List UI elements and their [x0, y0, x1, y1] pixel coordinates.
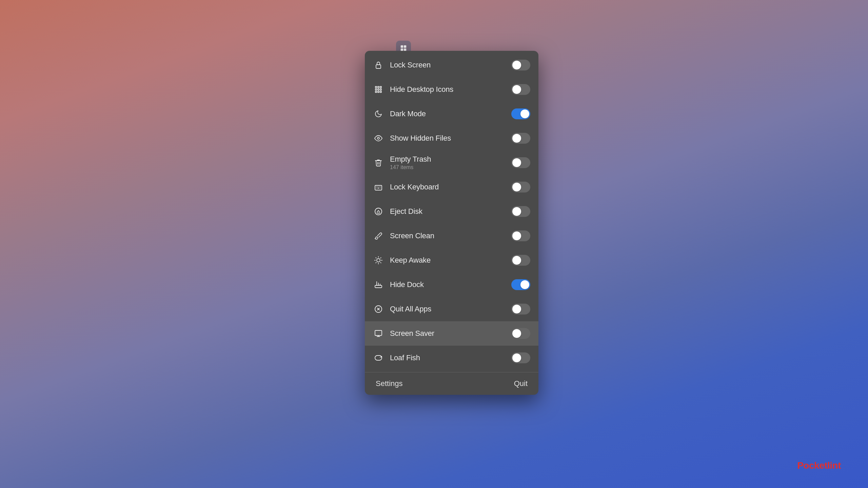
menu-item-show-hidden-files[interactable]: Show Hidden Files [365, 126, 538, 150]
empty-trash-label: Empty Trash [390, 155, 431, 164]
moon-icon [373, 108, 384, 119]
loaf-fish-icon [373, 352, 384, 363]
eject-disk-toggle[interactable] [511, 206, 530, 217]
keep-awake-toggle[interactable] [511, 255, 530, 266]
hide-desktop-icons-label: Hide Desktop Icons [390, 85, 453, 94]
menu-items-list: Lock Screen [365, 51, 538, 372]
eject-disk-label: Eject Disk [390, 207, 422, 216]
menu-footer: Settings Quit [365, 372, 538, 395]
loaf-fish-toggle[interactable] [511, 352, 530, 363]
menu-item-eject-disk[interactable]: Eject Disk [365, 199, 538, 224]
lock-screen-icon [373, 60, 384, 70]
quit-all-apps-toggle[interactable] [511, 304, 530, 314]
hide-dock-toggle[interactable] [511, 279, 530, 290]
grid-icon [373, 84, 384, 95]
menu-item-hide-desktop-icons[interactable]: Hide Desktop Icons [365, 77, 538, 102]
menu-item-hide-dock[interactable]: Hide Dock [365, 272, 538, 297]
svg-line-26 [380, 258, 381, 258]
menu-item-screen-saver[interactable]: Screen Saver [365, 321, 538, 346]
watermark-p: P [797, 460, 803, 471]
svg-point-16 [375, 208, 382, 215]
show-hidden-files-label: Show Hidden Files [390, 134, 451, 143]
svg-rect-1 [404, 45, 406, 48]
lock-screen-label: Lock Screen [390, 61, 431, 69]
menu-item-dark-mode[interactable]: Dark Mode [365, 102, 538, 126]
popup-menu: Lock Screen [365, 51, 538, 395]
brush-icon [373, 230, 384, 241]
svg-line-25 [376, 262, 376, 263]
keyboard-icon [373, 182, 384, 192]
svg-rect-31 [375, 330, 382, 336]
svg-line-21 [376, 258, 376, 258]
eject-icon [373, 206, 384, 217]
screen-clean-label: Screen Clean [390, 231, 434, 240]
menu-item-empty-trash[interactable]: Empty Trash 147 items [365, 150, 538, 175]
svg-point-14 [377, 137, 379, 139]
screen-saver-label: Screen Saver [390, 329, 434, 338]
svg-rect-9 [378, 89, 379, 90]
menu-item-keep-awake[interactable]: Keep Awake [365, 248, 538, 272]
loaf-fish-label: Loaf Fish [390, 353, 420, 362]
svg-rect-11 [375, 91, 377, 93]
empty-trash-toggle[interactable] [511, 157, 530, 168]
svg-rect-7 [380, 86, 381, 88]
dark-mode-toggle[interactable] [511, 108, 530, 119]
svg-point-18 [377, 259, 380, 262]
screen-saver-toggle[interactable] [511, 328, 530, 339]
menu-item-loaf-fish[interactable]: Loaf Fish [365, 346, 538, 370]
menu-item-quit-all-apps[interactable]: Quit All Apps [365, 297, 538, 321]
lock-keyboard-label: Lock Keyboard [390, 183, 439, 191]
hide-desktop-icons-toggle[interactable] [511, 84, 530, 95]
keep-awake-label: Keep Awake [390, 256, 431, 265]
svg-rect-8 [375, 89, 377, 90]
dock-icon [373, 279, 384, 290]
svg-rect-15 [375, 185, 382, 190]
settings-button[interactable]: Settings [373, 378, 406, 389]
lock-keyboard-toggle[interactable] [511, 182, 530, 192]
empty-trash-sublabel: 147 items [390, 164, 431, 170]
menu-item-screen-clean[interactable]: Screen Clean [365, 224, 538, 248]
quit-all-apps-label: Quit All Apps [390, 305, 431, 313]
svg-rect-10 [380, 89, 381, 90]
quit-icon [373, 304, 384, 314]
lock-screen-toggle[interactable] [511, 60, 530, 70]
svg-rect-5 [375, 86, 377, 88]
svg-line-22 [380, 262, 381, 263]
screen-clean-toggle[interactable] [511, 230, 530, 241]
screen-saver-icon [373, 328, 384, 339]
dark-mode-label: Dark Mode [390, 109, 426, 118]
menu-item-lock-keyboard[interactable]: Lock Keyboard [365, 175, 538, 199]
svg-rect-27 [375, 285, 382, 288]
svg-rect-13 [380, 91, 381, 93]
watermark: Pocketlint [797, 460, 841, 471]
trash-icon [373, 157, 384, 168]
sun-icon [373, 255, 384, 266]
watermark-text: ocketlint [803, 460, 841, 471]
svg-rect-0 [401, 45, 403, 48]
svg-rect-12 [378, 91, 379, 93]
menu-item-lock-screen[interactable]: Lock Screen [365, 53, 538, 77]
svg-rect-4 [376, 65, 381, 68]
show-hidden-files-toggle[interactable] [511, 133, 530, 144]
svg-point-32 [380, 357, 380, 358]
svg-rect-6 [378, 86, 379, 88]
hide-dock-label: Hide Dock [390, 280, 424, 289]
eye-icon [373, 133, 384, 144]
quit-button[interactable]: Quit [511, 378, 530, 389]
